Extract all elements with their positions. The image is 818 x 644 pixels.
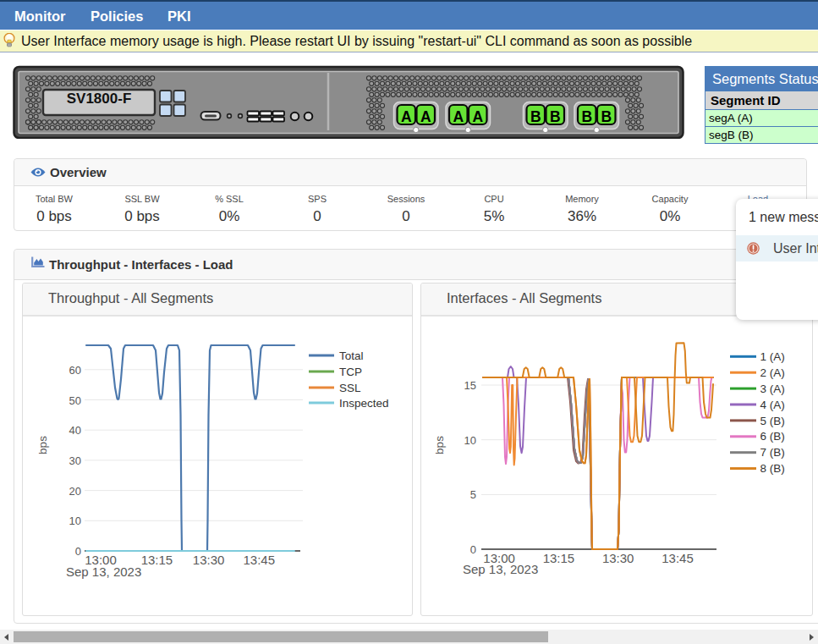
svg-text:SV1800-F: SV1800-F	[67, 91, 132, 107]
svg-text:7 (B): 7 (B)	[760, 446, 785, 459]
svg-text:10: 10	[464, 434, 476, 447]
svg-text:13:30: 13:30	[193, 553, 225, 567]
svg-text:TCP: TCP	[339, 366, 362, 378]
svg-text:Inspected: Inspected	[339, 397, 389, 410]
svg-text:B: B	[530, 108, 541, 125]
svg-text:B: B	[550, 108, 561, 125]
svg-text:Total: Total	[339, 350, 364, 362]
svg-text:60: 60	[69, 364, 81, 377]
svg-text:5 (B): 5 (B)	[760, 415, 785, 427]
svg-text:4 (A): 4 (A)	[760, 399, 785, 411]
svg-text:6 (B): 6 (B)	[760, 430, 785, 443]
svg-text:1 (A): 1 (A)	[760, 350, 785, 363]
svg-text:2 (A): 2 (A)	[760, 366, 785, 379]
svg-text:bps: bps	[36, 436, 49, 454]
svg-text:bps: bps	[433, 436, 446, 454]
svg-text:13:30: 13:30	[602, 551, 634, 565]
svg-text:A: A	[420, 108, 431, 125]
svg-text:B: B	[581, 108, 592, 125]
svg-text:13:45: 13:45	[662, 551, 694, 565]
svg-text:A: A	[401, 108, 412, 125]
svg-text:13:15: 13:15	[141, 553, 173, 567]
svg-text:Sep 13, 2023: Sep 13, 2023	[66, 564, 141, 579]
svg-text:0: 0	[75, 545, 81, 558]
svg-text:B: B	[601, 108, 612, 125]
svg-text:0: 0	[470, 543, 476, 556]
svg-text:10: 10	[69, 515, 81, 527]
svg-text:40: 40	[69, 424, 81, 437]
svg-text:8 (B): 8 (B)	[760, 462, 785, 475]
svg-text:50: 50	[69, 394, 81, 407]
svg-text:15: 15	[464, 379, 476, 392]
svg-text:A: A	[472, 108, 483, 125]
svg-text:3 (A): 3 (A)	[760, 383, 785, 395]
svg-text:20: 20	[69, 485, 81, 498]
svg-text:5: 5	[470, 488, 476, 501]
svg-text:A: A	[453, 108, 464, 125]
svg-text:13:45: 13:45	[244, 553, 276, 567]
svg-text:Sep 13, 2023: Sep 13, 2023	[463, 562, 538, 576]
svg-text:13:15: 13:15	[543, 551, 575, 565]
svg-text:30: 30	[69, 454, 81, 467]
svg-text:SSL: SSL	[339, 382, 361, 394]
